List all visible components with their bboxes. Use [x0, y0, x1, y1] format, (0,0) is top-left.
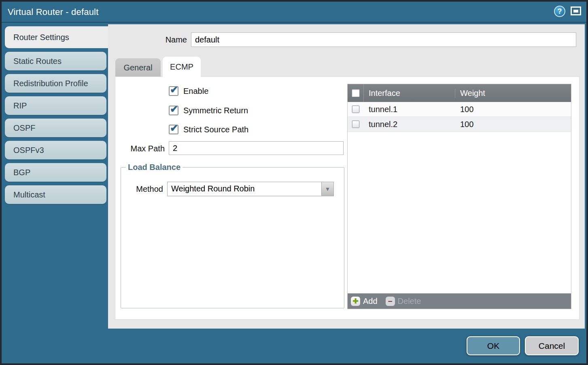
- ecmp-panel: ✔ Enable ✔ Symmetric Return ✔ Strict Sou…: [115, 77, 579, 319]
- column-header-interface[interactable]: Interface: [364, 89, 455, 98]
- interface-weight-table: Interface Weight tunnel.1 100 tunnel.2 1…: [347, 84, 571, 309]
- enable-checkbox-row: ✔ Enable: [169, 86, 208, 96]
- load-balance-legend: Load Balance: [126, 163, 183, 172]
- add-button[interactable]: ✚ Add: [351, 297, 378, 306]
- add-button-label: Add: [363, 297, 378, 306]
- enable-label: Enable: [183, 87, 208, 96]
- row-checkbox-cell: [348, 117, 364, 132]
- window-resize-icon-inner: [573, 10, 578, 13]
- enable-checkbox[interactable]: ✔: [169, 86, 178, 96]
- sidebar-item-multicast[interactable]: Multicast: [5, 185, 106, 204]
- sidebar-item-bgp[interactable]: BGP: [5, 163, 106, 182]
- sidebar-item-rip[interactable]: RIP: [5, 96, 106, 115]
- tab-ecmp[interactable]: ECMP: [163, 57, 201, 78]
- sidebar-item-ospf[interactable]: OSPF: [5, 119, 106, 137]
- help-icon[interactable]: ?: [554, 6, 565, 17]
- sidebar-item-ospfv3[interactable]: OSPFv3: [5, 141, 106, 159]
- titlebar: Virtual Router - default ?: [2, 2, 586, 23]
- cell-weight[interactable]: 100: [455, 105, 571, 114]
- sidebar-item-router-settings[interactable]: Router Settings: [5, 26, 108, 48]
- symmetric-return-checkbox-row: ✔ Symmetric Return: [169, 105, 248, 116]
- strict-source-path-checkbox-row: ✔ Strict Source Path: [169, 124, 248, 135]
- minus-icon: −: [386, 297, 395, 306]
- method-label: Method: [135, 185, 163, 194]
- sidebar: Router Settings Static Routes Redistribu…: [5, 26, 108, 204]
- method-selected-value: Weighted Round Robin: [171, 184, 255, 193]
- select-all-checkbox[interactable]: [352, 89, 360, 97]
- column-header-weight[interactable]: Weight: [455, 89, 571, 98]
- method-dropdown[interactable]: Weighted Round Robin ▼: [167, 182, 334, 196]
- table-row[interactable]: tunnel.1 100: [348, 102, 571, 117]
- strict-source-path-checkbox[interactable]: ✔: [169, 125, 178, 134]
- check-icon: ✔: [170, 104, 178, 115]
- cell-weight[interactable]: 100: [455, 120, 571, 129]
- load-balance-fieldset: Load Balance Method Weighted Round Robin…: [121, 163, 344, 308]
- strict-source-path-label: Strict Source Path: [183, 125, 248, 134]
- window-resize-icon[interactable]: [571, 6, 581, 15]
- check-icon: ✔: [170, 123, 178, 134]
- ok-button[interactable]: OK: [467, 336, 520, 355]
- table-row[interactable]: tunnel.2 100: [348, 117, 571, 132]
- plus-icon: ✚: [351, 297, 360, 306]
- delete-button[interactable]: − Delete: [386, 297, 421, 306]
- tab-general[interactable]: General: [115, 58, 161, 77]
- virtual-router-dialog: Virtual Router - default ? Router Settin…: [0, 0, 588, 365]
- content-area: Name General ECMP ✔ Enable ✔ Symmetric R…: [108, 24, 585, 329]
- cell-interface[interactable]: tunnel.2: [364, 120, 455, 129]
- chevron-down-icon[interactable]: ▼: [321, 182, 333, 196]
- check-icon: ✔: [170, 84, 178, 95]
- dialog-title: Virtual Router - default: [8, 7, 99, 17]
- table-header: Interface Weight: [348, 84, 571, 102]
- symmetric-return-checkbox[interactable]: ✔: [169, 106, 178, 115]
- max-path-label: Max Path: [123, 144, 165, 153]
- header-checkbox-cell: [348, 84, 364, 102]
- row-checkbox[interactable]: [352, 106, 359, 113]
- sidebar-item-redistribution-profile[interactable]: Redistribution Profile: [5, 74, 106, 93]
- delete-button-label: Delete: [398, 297, 421, 306]
- cancel-button[interactable]: Cancel: [525, 336, 579, 355]
- row-checkbox[interactable]: [352, 121, 359, 128]
- max-path-input[interactable]: [169, 141, 344, 155]
- cell-interface[interactable]: tunnel.1: [364, 105, 455, 114]
- symmetric-return-label: Symmetric Return: [183, 106, 248, 115]
- name-input[interactable]: [191, 32, 576, 47]
- sidebar-item-static-routes[interactable]: Static Routes: [5, 52, 106, 70]
- table-footer: ✚ Add − Delete: [348, 293, 571, 309]
- name-label: Name: [144, 35, 187, 45]
- row-checkbox-cell: [348, 102, 364, 117]
- table-empty-space: [348, 132, 571, 293]
